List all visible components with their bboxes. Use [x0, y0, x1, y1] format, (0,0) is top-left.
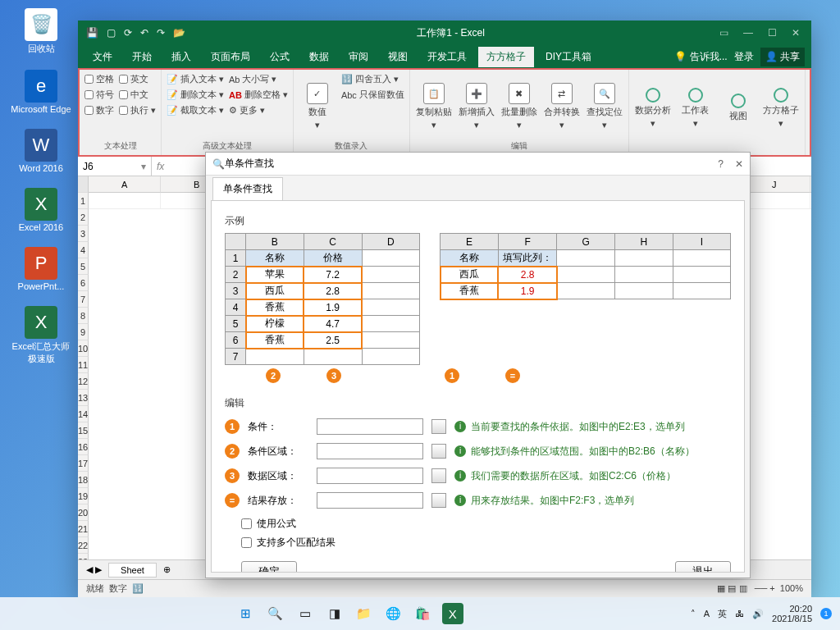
volume-icon[interactable]: 🔊: [752, 609, 764, 619]
chk-chinese[interactable]: 中文: [119, 89, 156, 101]
network-icon[interactable]: 🖧: [735, 609, 744, 619]
search-icon[interactable]: 🔍: [265, 603, 286, 624]
refedit-icon[interactable]: [431, 493, 446, 508]
taskview-icon[interactable]: ▭: [294, 603, 316, 624]
desktop-icon-recycle[interactable]: 🗑️回收站: [8, 8, 74, 55]
desktop-icon-edge[interactable]: eMicrosoft Edge: [8, 70, 74, 114]
btn-cut-text[interactable]: 📝 截取文本 ▾: [167, 104, 224, 116]
chk-space[interactable]: 空格: [84, 73, 114, 85]
field-datarange-label: 数据区域：: [248, 469, 308, 483]
qat-redo-icon[interactable]: ↷: [157, 27, 165, 39]
maximize-icon[interactable]: ☐: [768, 27, 777, 39]
tab-formula[interactable]: 公式: [262, 47, 298, 67]
btn-ffgz[interactable]: 方方格子▾: [762, 73, 800, 143]
clock[interactable]: 20:202021/8/15: [772, 604, 812, 623]
name-box[interactable]: J6▾: [78, 157, 152, 176]
dialog-title: 单条件查找: [225, 157, 718, 171]
widgets-icon[interactable]: ◨: [324, 603, 345, 624]
minimize-icon[interactable]: —: [743, 27, 753, 39]
dialog-icon: 🔍: [212, 158, 225, 170]
btn-view[interactable]: 视图: [719, 73, 757, 143]
store-icon[interactable]: 🛍️: [413, 603, 434, 624]
refedit-icon[interactable]: [431, 419, 446, 434]
cancel-button[interactable]: 退出: [675, 561, 731, 573]
desktop-icon-ppt[interactable]: PPowerPnt...: [8, 247, 74, 291]
start-icon[interactable]: ⊞: [235, 603, 257, 624]
tab-ffgz[interactable]: 方方格子: [478, 47, 534, 67]
qat-undo-icon[interactable]: ↶: [140, 27, 148, 39]
status-bar: 就绪 数字 🔢 ▦ ▤ ▥ ── + 100%: [78, 579, 811, 597]
edge-taskbar-icon[interactable]: 🌐: [383, 603, 404, 624]
tab-view[interactable]: 视图: [380, 47, 416, 67]
tab-review[interactable]: 审阅: [340, 47, 377, 67]
field-condrange-label: 条件区域：: [248, 445, 308, 459]
desktop-icon-word[interactable]: WWord 2016: [8, 129, 74, 173]
field-result-input[interactable]: [317, 492, 423, 509]
refedit-icon[interactable]: [431, 468, 446, 483]
btn-round[interactable]: 🔢 四舍五入 ▾: [341, 73, 404, 85]
btn-value[interactable]: ✓数值▾: [299, 73, 336, 140]
ribbon-panel: 空格 符号 数字 英文 中文 执行 ▾ 文本处理 📝 插入文本 ▾: [78, 68, 811, 157]
field-datarange-input[interactable]: [317, 468, 423, 484]
dialog-tab[interactable]: 单条件查找: [212, 177, 283, 200]
close-icon[interactable]: ✕: [792, 27, 800, 39]
refedit-icon[interactable]: [431, 444, 446, 459]
desktop-icon-exceltool[interactable]: XExcel汇总大师 极速版: [8, 306, 74, 365]
tellme[interactable]: 💡 告诉我...: [674, 50, 727, 64]
login-button[interactable]: 登录: [734, 50, 754, 64]
qat-open-icon[interactable]: 📂: [173, 27, 185, 39]
tab-layout[interactable]: 页面布局: [203, 47, 258, 67]
ok-button[interactable]: 确定: [241, 561, 297, 573]
btn-del-space[interactable]: AB 删除空格 ▾: [229, 89, 288, 101]
add-sheet-icon[interactable]: ⊕: [163, 564, 171, 575]
btn-find[interactable]: 🔍查找定位▾: [586, 73, 623, 140]
tab-file[interactable]: 文件: [84, 47, 121, 67]
taskbar: ⊞ 🔍 ▭ ◨ 📁 🌐 🛍️ X ˄ A 英 🖧 🔊 20:202021/8/1…: [0, 597, 840, 630]
chk-execute[interactable]: 执行 ▾: [119, 104, 156, 116]
btn-merge[interactable]: ⇄合并转换▾: [543, 73, 581, 140]
notif-badge[interactable]: 1: [820, 608, 832, 619]
explorer-icon[interactable]: 📁: [354, 603, 375, 624]
btn-sheet[interactable]: 工作表▾: [677, 73, 714, 143]
qat-save-icon[interactable]: 💾: [86, 27, 98, 39]
tab-data[interactable]: 数据: [301, 47, 337, 67]
btn-delete-text[interactable]: 📝 删除文本 ▾: [167, 89, 224, 101]
chk-english[interactable]: 英文: [119, 73, 156, 85]
btn-keep-value[interactable]: Abc 只保留数值: [341, 89, 404, 101]
ime-a[interactable]: A: [704, 609, 710, 619]
edit-label: 编辑: [225, 396, 731, 410]
chk-symbol[interactable]: 符号: [84, 89, 114, 101]
example-result-table: EFGHI 名称填写此列： 西瓜2.8 香蕉1.9: [440, 233, 731, 299]
btn-insert-text[interactable]: 📝 插入文本 ▾: [167, 73, 224, 85]
btn-analysis[interactable]: 数据分析▾: [634, 73, 672, 143]
tab-insert[interactable]: 插入: [163, 47, 199, 67]
lookup-dialog: 🔍 单条件查找 ?✕ 单条件查找 示例 BCD 1名称价格 2苹果7.2 3西瓜…: [205, 152, 751, 578]
qat-refresh-icon[interactable]: ⟳: [124, 27, 132, 39]
ime-lang[interactable]: 英: [718, 608, 727, 620]
btn-batch-del[interactable]: ✖批量删除▾: [500, 73, 538, 140]
btn-case[interactable]: Ab 大小写 ▾: [229, 73, 288, 85]
qat-new-icon[interactable]: ▢: [107, 27, 116, 39]
share-button[interactable]: 👤 共享: [760, 48, 805, 66]
btn-copy-paste[interactable]: 📋复制粘贴▾: [415, 73, 453, 140]
dialog-close-icon[interactable]: ✕: [735, 158, 743, 170]
btn-insert-new[interactable]: ➕新增插入▾: [458, 73, 495, 140]
field-cond-input[interactable]: [317, 418, 423, 435]
window-title: 工作簿1 - Excel: [194, 26, 708, 40]
fx-icon[interactable]: fx: [157, 161, 164, 172]
tab-dev[interactable]: 开发工具: [419, 47, 475, 67]
chk-number[interactable]: 数字: [84, 104, 114, 116]
excel-taskbar-icon[interactable]: X: [442, 603, 463, 624]
chk-multi[interactable]: 支持多个匹配结果: [241, 536, 731, 550]
btn-more[interactable]: ⚙ 更多 ▾: [229, 104, 288, 116]
tab-home[interactable]: 开始: [124, 47, 160, 67]
field-cond-label: 条件：: [248, 420, 308, 434]
chk-formula[interactable]: 使用公式: [241, 517, 731, 531]
ribbon-options-icon[interactable]: ▭: [719, 27, 728, 39]
desktop-icon-excel[interactable]: XExcel 2016: [8, 188, 74, 232]
field-condrange-input[interactable]: [317, 443, 423, 459]
row-headers[interactable]: 1234567891011121314151617181920212223: [78, 176, 89, 559]
tray-chevron-icon[interactable]: ˄: [691, 609, 696, 619]
dialog-help-icon[interactable]: ?: [718, 158, 724, 170]
tab-diy[interactable]: DIY工具箱: [537, 47, 600, 67]
